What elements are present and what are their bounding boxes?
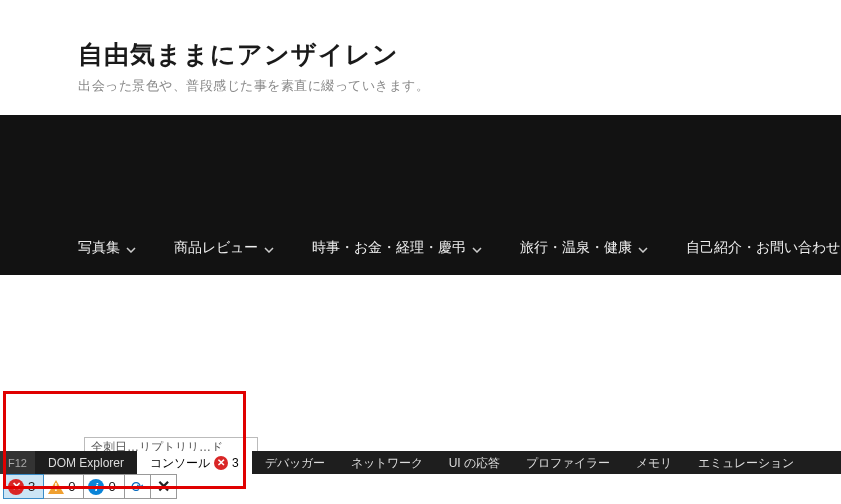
close-icon: ✕ — [157, 477, 170, 496]
devtools-tab-memory[interactable]: メモリ — [623, 451, 685, 474]
tab-label: コンソール — [150, 455, 210, 472]
info-icon: i — [88, 479, 104, 495]
nav-item-reviews[interactable]: 商品レビュー — [174, 239, 274, 257]
error-icon: ✕ — [8, 479, 24, 495]
devtools-status-bar: ✕ 3 0 i 0 ⟳ ✕ — [3, 474, 176, 499]
main-nav: 写真集 商品レビュー 時事・お金・経理・慶弔 旅行・温泉・健康 自己紹介・お問い… — [0, 115, 841, 275]
devtools-tab-emulation[interactable]: エミュレーション — [685, 451, 807, 474]
nav-item-news[interactable]: 時事・お金・経理・慶弔 — [312, 239, 482, 257]
site-subtitle: 出会った景色や、普段感じた事を素直に綴っていきます。 — [78, 77, 841, 95]
status-errors[interactable]: ✕ 3 — [3, 474, 44, 499]
nav-item-travel[interactable]: 旅行・温泉・健康 — [520, 239, 648, 257]
chevron-down-icon — [472, 240, 482, 256]
devtools-tab-network[interactable]: ネットワーク — [338, 451, 436, 474]
chevron-down-icon — [638, 240, 648, 256]
devtools-f12-label: F12 — [0, 451, 35, 474]
refresh-icon: ⟳ — [131, 478, 144, 496]
devtools-tabs: F12 DOM Explorer コンソール ✕3 デバッガー ネットワーク U… — [0, 451, 841, 474]
nav-label: 商品レビュー — [174, 239, 258, 257]
status-warnings[interactable]: 0 — [43, 474, 84, 499]
error-count: 3 — [28, 479, 35, 494]
nav-item-about[interactable]: 自己紹介・お問い合わせ — [686, 239, 840, 257]
site-header: 自由気ままにアンザイレン 出会った景色や、普段感じた事を素直に綴っていきます。 — [0, 0, 841, 115]
chevron-down-icon — [264, 240, 274, 256]
error-count: 3 — [232, 456, 239, 470]
error-icon: ✕ — [214, 456, 228, 470]
site-title[interactable]: 自由気ままにアンザイレン — [78, 38, 841, 71]
status-info[interactable]: i 0 — [83, 474, 124, 499]
devtools-tab-dom[interactable]: DOM Explorer — [35, 451, 137, 474]
devtools-tab-ui[interactable]: UI の応答 — [436, 451, 513, 474]
chevron-down-icon — [126, 240, 136, 256]
status-refresh[interactable]: ⟳ — [124, 474, 151, 499]
status-clear[interactable]: ✕ — [150, 474, 177, 499]
warning-icon — [48, 480, 64, 494]
devtools-tab-console[interactable]: コンソール ✕3 — [137, 451, 252, 474]
nav-label: 自己紹介・お問い合わせ — [686, 239, 840, 257]
nav-label: 写真集 — [78, 239, 120, 257]
nav-item-photos[interactable]: 写真集 — [78, 239, 136, 257]
devtools-tab-profiler[interactable]: プロファイラー — [513, 451, 623, 474]
devtools-tab-debugger[interactable]: デバッガー — [252, 451, 338, 474]
content-area — [0, 275, 841, 415]
nav-label: 時事・お金・経理・慶弔 — [312, 239, 466, 257]
warning-count: 0 — [68, 479, 75, 494]
nav-label: 旅行・温泉・健康 — [520, 239, 632, 257]
info-count: 0 — [108, 479, 115, 494]
partial-button[interactable]: 全刺日…リプトリリ…ド — [84, 437, 258, 451]
